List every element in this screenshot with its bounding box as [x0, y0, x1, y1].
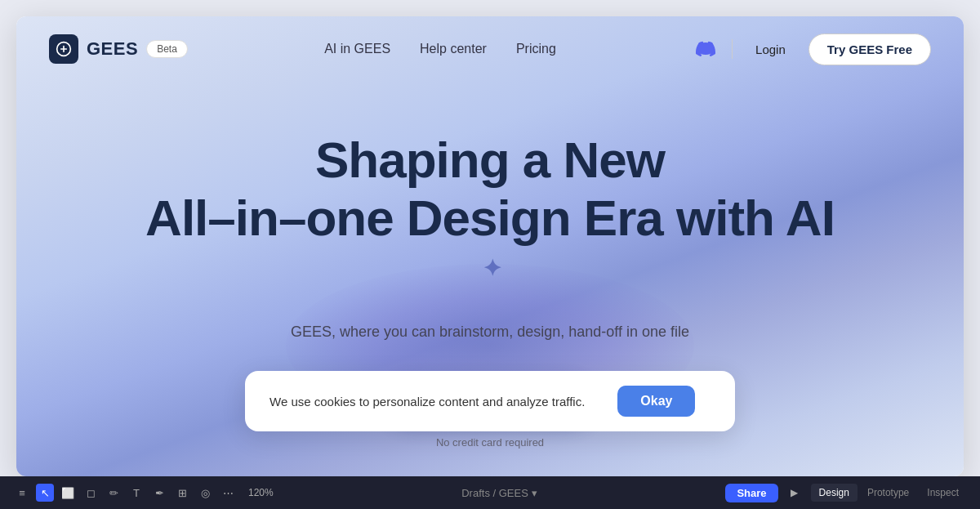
- login-button[interactable]: Login: [746, 36, 795, 63]
- toolbar-right: Share ▶ Design Prototype Inspect: [725, 483, 967, 502]
- app-container: GEES Beta AI in GEES Help center Pricing…: [0, 0, 980, 509]
- toolbar-left: ≡ ↖ ⬜ ◻ ✏ T ✒ ⊞ ◎ ⋯ 120%: [13, 484, 274, 502]
- toolbar-center: Drafts / GEES ▾: [280, 487, 719, 499]
- hero-title: Shaping a New All–in–one Design Era with…: [143, 131, 837, 306]
- toolbar-pencil-icon[interactable]: ✒: [150, 484, 168, 502]
- play-button[interactable]: ▶: [785, 483, 804, 502]
- toolbar-component-icon[interactable]: ⊞: [173, 484, 191, 502]
- mode-tab-inspect[interactable]: Inspect: [919, 484, 967, 502]
- zoom-indicator[interactable]: 120%: [248, 487, 274, 498]
- nav-links: AI in GEES Help center Pricing: [324, 42, 556, 56]
- nav-link-pricing[interactable]: Pricing: [516, 42, 556, 56]
- mode-tabs: Design Prototype Inspect: [811, 484, 967, 502]
- toolbar-pen-icon[interactable]: ✏: [105, 484, 122, 502]
- hero-title-line1: Shaping a New: [315, 132, 665, 188]
- cookie-banner: We use cookies to personalize content an…: [245, 371, 735, 431]
- drafts-label: Drafts / GEES ▾: [461, 487, 537, 499]
- mode-tab-design[interactable]: Design: [811, 484, 858, 502]
- nav-right: Login Try GEES Free: [693, 33, 931, 65]
- hero-title-line2: All–in–one Design Era with AI: [145, 190, 835, 246]
- toolbar-text-icon[interactable]: T: [127, 484, 145, 502]
- no-credit-text: No credit card required: [436, 436, 544, 449]
- toolbar-search-icon[interactable]: ◎: [196, 484, 214, 502]
- toolbar-frame-icon[interactable]: ⬜: [59, 484, 77, 502]
- toolbar-shape-icon[interactable]: ◻: [82, 484, 100, 502]
- toolbar-more-icon[interactable]: ⋯: [219, 484, 237, 502]
- nav-link-help[interactable]: Help center: [420, 42, 487, 56]
- cookie-message: We use cookies to personalize content an…: [270, 395, 585, 409]
- toolbar-menu-icon[interactable]: ≡: [13, 484, 31, 502]
- logo-text: GEES: [87, 38, 138, 60]
- mode-tab-prototype[interactable]: Prototype: [859, 484, 917, 502]
- nav-link-ai[interactable]: AI in GEES: [324, 42, 390, 56]
- sparkle-icon: ✦: [483, 256, 501, 282]
- beta-badge: Beta: [146, 40, 188, 58]
- nav-divider: [732, 39, 733, 59]
- try-free-nav-button[interactable]: Try GEES Free: [808, 33, 931, 65]
- navbar: GEES Beta AI in GEES Help center Pricing…: [16, 16, 964, 82]
- logo-icon: [49, 34, 78, 64]
- discord-icon[interactable]: [693, 36, 719, 62]
- toolbar-cursor-icon[interactable]: ↖: [36, 484, 54, 502]
- bottom-toolbar: ≡ ↖ ⬜ ◻ ✏ T ✒ ⊞ ◎ ⋯ 120% Drafts / GEES ▾…: [0, 476, 980, 509]
- drafts-chevron[interactable]: ▾: [532, 487, 537, 499]
- logo-area: GEES Beta: [49, 34, 188, 64]
- cookie-okay-button[interactable]: Okay: [617, 386, 695, 417]
- hero-subtitle: GEES, where you can brainstorm, design, …: [291, 324, 689, 341]
- browser-window: GEES Beta AI in GEES Help center Pricing…: [16, 16, 964, 476]
- share-button[interactable]: Share: [725, 484, 777, 502]
